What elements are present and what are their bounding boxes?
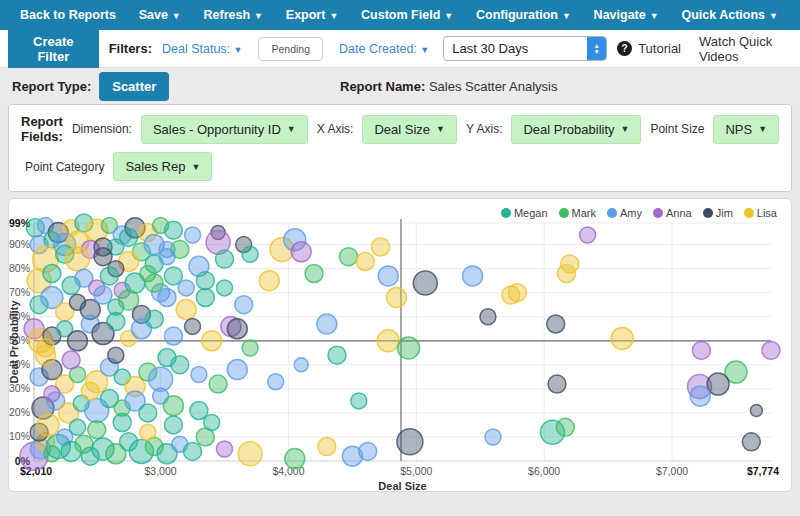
dimension-select[interactable]: Sales - Opportunity ID▼ (141, 115, 308, 144)
bubble-amy[interactable] (185, 227, 201, 243)
bubble-anna[interactable] (62, 351, 80, 369)
bubble-jim[interactable] (547, 315, 565, 333)
bubble-megan[interactable] (164, 416, 182, 434)
report-type-scatter-button[interactable]: Scatter (99, 72, 169, 101)
bubble-megan[interactable] (216, 250, 234, 268)
bubble-megan[interactable] (145, 310, 163, 328)
bubble-mark[interactable] (398, 337, 420, 359)
bubble-megan[interactable] (204, 415, 220, 431)
bubble-amy[interactable] (690, 386, 710, 406)
nav-item-refresh[interactable]: Refresh▼ (204, 8, 263, 22)
legend-item-mark[interactable]: Mark (559, 207, 596, 219)
legend-item-lisa[interactable]: Lisa (744, 207, 777, 219)
bubble-amy[interactable] (191, 367, 207, 383)
bubble-lisa[interactable] (387, 288, 407, 308)
bubble-mark[interactable] (556, 418, 574, 436)
bubble-mark[interactable] (209, 375, 227, 393)
bubble-lisa[interactable] (318, 438, 336, 456)
bubble-megan[interactable] (158, 349, 176, 367)
bubble-mark[interactable] (145, 274, 163, 292)
bubble-amy[interactable] (378, 266, 398, 286)
bubble-megan[interactable] (196, 272, 214, 290)
bubble-lisa[interactable] (372, 238, 390, 256)
bubble-jim[interactable] (480, 309, 496, 325)
bubble-jim[interactable] (750, 405, 762, 417)
bubble-megan[interactable] (164, 221, 182, 239)
bubble-anna[interactable] (291, 242, 311, 262)
bubble-megan[interactable] (217, 280, 233, 296)
date-created-dropdown[interactable]: Date Created: ▼ (339, 42, 429, 56)
bubble-amy[interactable] (235, 296, 253, 314)
y-axis-select[interactable]: Deal Probability▼ (511, 115, 641, 144)
pending-filter-chip[interactable]: Pending (258, 37, 323, 61)
bubble-megan[interactable] (196, 289, 214, 307)
legend-item-anna[interactable]: Anna (653, 207, 692, 219)
bubble-lisa[interactable] (558, 265, 576, 283)
bubble-anna[interactable] (44, 386, 60, 402)
tutorial-link[interactable]: ? Tutorial (617, 41, 681, 56)
bubble-jim[interactable] (413, 271, 437, 295)
bubble-amy[interactable] (317, 314, 337, 334)
bubble-megan[interactable] (43, 265, 61, 283)
bubble-amy[interactable] (178, 280, 194, 296)
bubble-amy[interactable] (268, 374, 284, 390)
legend-item-megan[interactable]: Megan (501, 207, 548, 219)
bubble-lisa[interactable] (356, 253, 374, 271)
bubble-amy[interactable] (463, 266, 483, 286)
bubble-amy[interactable] (159, 249, 175, 265)
bubble-mark[interactable] (340, 248, 358, 266)
bubble-megan[interactable] (351, 393, 367, 409)
point-category-select[interactable]: Sales Rep▼ (113, 152, 212, 181)
bubble-anna[interactable] (762, 341, 780, 359)
bubble-lisa[interactable] (140, 424, 156, 440)
bubble-mark[interactable] (305, 265, 323, 283)
bubble-megan[interactable] (113, 414, 131, 432)
bubble-scatter-chart[interactable]: 0%10%20%30%40%50%60%70%80%90%99%$2,010$3… (9, 199, 792, 492)
bubble-lisa[interactable] (611, 327, 633, 349)
bubble-lisa[interactable] (81, 382, 99, 400)
bubble-lisa[interactable] (259, 271, 279, 291)
bubble-jim[interactable] (227, 319, 247, 339)
nav-item-quick-actions[interactable]: Quick Actions▼ (681, 8, 778, 22)
bubble-lisa[interactable] (176, 300, 196, 320)
create-filter-button[interactable]: Create Filter (8, 27, 99, 71)
deal-status-dropdown[interactable]: Deal Status: ▼ (162, 42, 243, 56)
bubble-anna[interactable] (692, 341, 710, 359)
bubble-lisa[interactable] (66, 247, 90, 271)
nav-item-save[interactable]: Save▼ (139, 8, 181, 22)
bubble-jim[interactable] (68, 331, 88, 351)
bubble-megan[interactable] (184, 442, 202, 460)
bubble-mark[interactable] (163, 396, 183, 416)
bubble-megan[interactable] (70, 419, 86, 435)
bubble-amy[interactable] (359, 442, 377, 460)
nav-item-custom-field[interactable]: Custom Field▼ (361, 8, 453, 22)
bubble-anna[interactable] (217, 441, 233, 457)
bubble-jim[interactable] (707, 373, 729, 395)
bubble-lisa[interactable] (238, 442, 262, 466)
point-size-select[interactable]: NPS▼ (713, 115, 779, 144)
bubble-jim[interactable] (548, 375, 566, 393)
nav-item-navigate[interactable]: Navigate▼ (594, 8, 659, 22)
bubble-lisa[interactable] (502, 286, 520, 304)
nav-item-back-to-reports[interactable]: Back to Reports (20, 8, 116, 22)
bubble-jim[interactable] (742, 433, 760, 451)
bubble-megan[interactable] (120, 228, 138, 246)
bubble-lisa[interactable] (37, 414, 59, 436)
bubble-jim[interactable] (397, 429, 423, 455)
bubble-amy[interactable] (158, 289, 176, 307)
bubble-megan[interactable] (328, 346, 346, 364)
bubble-amy[interactable] (164, 327, 182, 345)
bubble-jim[interactable] (108, 347, 124, 363)
legend-item-jim[interactable]: Jim (703, 207, 733, 219)
bubble-amy[interactable] (227, 360, 247, 380)
legend-item-amy[interactable]: Amy (607, 207, 642, 219)
bubble-lisa[interactable] (377, 330, 399, 352)
bubble-lisa[interactable] (202, 331, 222, 351)
bubble-jim[interactable] (185, 318, 201, 334)
date-range-select[interactable]: Last 30 Days ▲▼ (443, 36, 607, 61)
watch-quick-videos-link[interactable]: Watch Quick Videos (699, 34, 786, 64)
bubble-megan[interactable] (139, 404, 157, 422)
bubble-megan[interactable] (100, 267, 118, 285)
bubble-mark[interactable] (242, 340, 258, 356)
x-axis-select[interactable]: Deal Size▼ (362, 115, 457, 144)
